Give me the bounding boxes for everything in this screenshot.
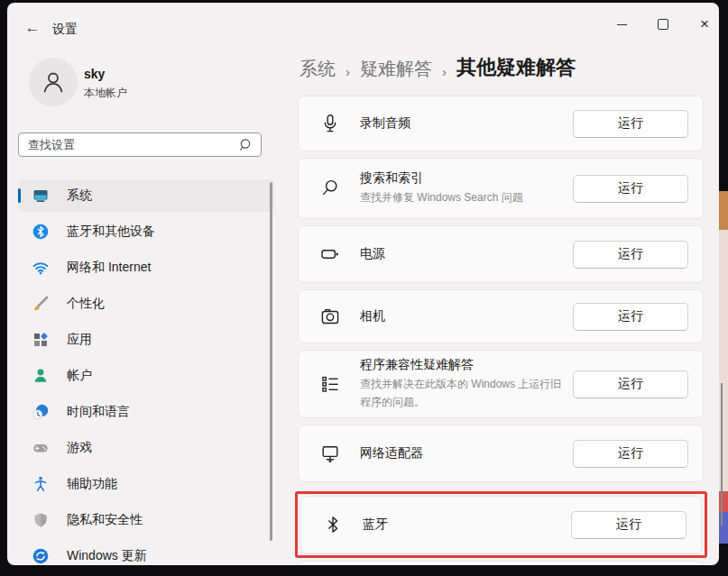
breadcrumb-troubleshoot[interactable]: 疑难解答: [360, 57, 432, 81]
item-title: 录制音频: [360, 115, 567, 132]
person-icon: [38, 67, 69, 97]
sidebar-item-label: 个性化: [67, 296, 105, 312]
settings-search[interactable]: [18, 133, 262, 157]
sidebar-item-time-language[interactable]: 时间和语言: [18, 396, 274, 428]
bluetooth-devices-icon: [32, 223, 50, 241]
personalization-icon: [32, 295, 50, 313]
microphone-icon: [319, 113, 341, 134]
run-button[interactable]: 运行: [573, 175, 688, 203]
list-item-network-adapter: 网络适配器 运行: [298, 425, 704, 482]
time-language-icon: [32, 403, 50, 421]
accounts-icon: [32, 367, 50, 385]
sidebar-item-accessibility[interactable]: 辅助功能: [18, 468, 274, 500]
avatar[interactable]: [29, 58, 78, 106]
run-button[interactable]: 运行: [573, 440, 688, 468]
sidebar-item-label: 系统: [67, 187, 92, 204]
sidebar-item-label: 帐户: [67, 368, 92, 384]
camera-icon: [319, 306, 341, 327]
troubleshooter-list: 录制音频 运行 搜索和索引 查找并修复 Windows Search 问题 运行: [298, 96, 704, 565]
list-item-program-compatibility: 程序兼容性疑难解答 查找并解决在此版本的 Windows 上运行旧程序的问题。 …: [298, 350, 704, 418]
sidebar-item-label: 蓝牙和其他设备: [67, 224, 155, 240]
list-item-recording-audio: 录制音频 运行: [298, 96, 704, 151]
run-button[interactable]: 运行: [573, 303, 688, 331]
item-title: 搜索和索引: [360, 170, 567, 187]
user-account-type: 本地帐户: [84, 86, 127, 101]
app-title: 设置: [52, 22, 78, 38]
sidebar-item-personalization[interactable]: 个性化: [18, 288, 274, 320]
gaming-icon: [32, 439, 50, 457]
list-item-bluetooth: 蓝牙 运行: [300, 496, 702, 553]
chevron-right-icon: ›: [442, 64, 447, 81]
network-icon: [32, 259, 50, 277]
selected-indicator: [18, 188, 21, 203]
main-content: 系统 › 疑难解答 › 其他疑难解答 录制音频: [298, 54, 711, 565]
sidebar-item-accounts[interactable]: 帐户: [18, 360, 274, 392]
search-icon: [239, 138, 253, 151]
search-input[interactable]: [19, 138, 239, 151]
run-button[interactable]: 运行: [573, 241, 688, 269]
desktop-edge: [719, 0, 728, 576]
sidebar-item-label: 隐私和安全性: [67, 512, 143, 528]
next-card-partial: [298, 561, 704, 565]
sidebar-item-label: 游戏: [67, 440, 92, 456]
maximize-icon: [658, 19, 668, 30]
item-title: 程序兼容性疑难解答: [360, 357, 567, 373]
page-title: 其他疑难解答: [456, 54, 576, 81]
list-item-power: 电源 运行: [298, 225, 704, 283]
system-icon: [32, 187, 50, 205]
item-subtitle: 查找并解决在此版本的 Windows 上运行旧程序的问题。: [360, 376, 567, 410]
sidebar-item-label: 网络和 Internet: [67, 260, 151, 276]
sidebar-item-network[interactable]: 网络和 Internet: [18, 251, 274, 284]
sidebar-nav: 系统 蓝牙和其他设备 网络和 Internet: [18, 179, 274, 565]
wallpaper-segment: [719, 191, 728, 230]
user-name: sky: [84, 67, 105, 81]
network-adapter-icon: [319, 443, 341, 464]
sidebar-scrollbar[interactable]: [270, 182, 272, 541]
sidebar-item-system[interactable]: 系统: [18, 179, 274, 212]
sidebar-item-bluetooth-devices[interactable]: 蓝牙和其他设备: [18, 215, 274, 248]
close-button[interactable]: ×: [689, 12, 719, 37]
sidebar-item-label: Windows 更新: [67, 548, 147, 564]
highlight-box: 蓝牙 运行: [295, 491, 707, 558]
breadcrumb-system[interactable]: 系统: [299, 57, 336, 81]
close-icon: ×: [700, 15, 709, 33]
minimize-icon: [617, 24, 627, 25]
back-arrow-icon: ←: [25, 19, 41, 37]
battery-icon: [319, 243, 341, 265]
item-title: 相机: [360, 308, 567, 325]
windows-update-icon: [32, 547, 50, 565]
bluetooth-icon: [322, 514, 344, 535]
apps-icon: [32, 331, 50, 349]
sidebar-item-label: 辅助功能: [67, 476, 117, 492]
sidebar-item-windows-update[interactable]: Windows 更新: [18, 540, 274, 565]
sidebar-item-privacy[interactable]: 隐私和安全性: [18, 504, 274, 536]
chevron-right-icon: ›: [346, 64, 350, 81]
item-title: 网络适配器: [360, 445, 567, 462]
accessibility-icon: [32, 475, 50, 493]
run-button[interactable]: 运行: [573, 110, 688, 138]
sidebar-item-apps[interactable]: 应用: [18, 324, 274, 356]
item-title: 蓝牙: [363, 517, 566, 533]
item-title: 电源: [360, 246, 567, 262]
minimize-button[interactable]: [606, 12, 637, 37]
settings-window: ← 设置 × sky 本地帐户: [7, 3, 719, 565]
maximize-button[interactable]: [648, 12, 678, 37]
sidebar-item-label: 应用: [67, 332, 92, 348]
run-button[interactable]: 运行: [573, 370, 688, 398]
breadcrumb: 系统 › 疑难解答 › 其他疑难解答: [299, 54, 711, 81]
privacy-icon: [32, 511, 50, 529]
list-item-search-indexing: 搜索和索引 查找并修复 Windows Search 问题 运行: [298, 158, 704, 219]
sidebar-item-label: 时间和语言: [67, 404, 130, 420]
back-button[interactable]: ←: [18, 15, 47, 41]
edge-scrollbar[interactable]: [721, 383, 723, 526]
item-subtitle: 查找并修复 Windows Search 问题: [360, 189, 567, 206]
run-button[interactable]: 运行: [571, 511, 687, 539]
sidebar-item-gaming[interactable]: 游戏: [18, 432, 274, 464]
list-item-camera: 相机 运行: [298, 289, 704, 343]
compatibility-list-icon: [319, 373, 341, 395]
search-index-icon: [319, 178, 341, 199]
